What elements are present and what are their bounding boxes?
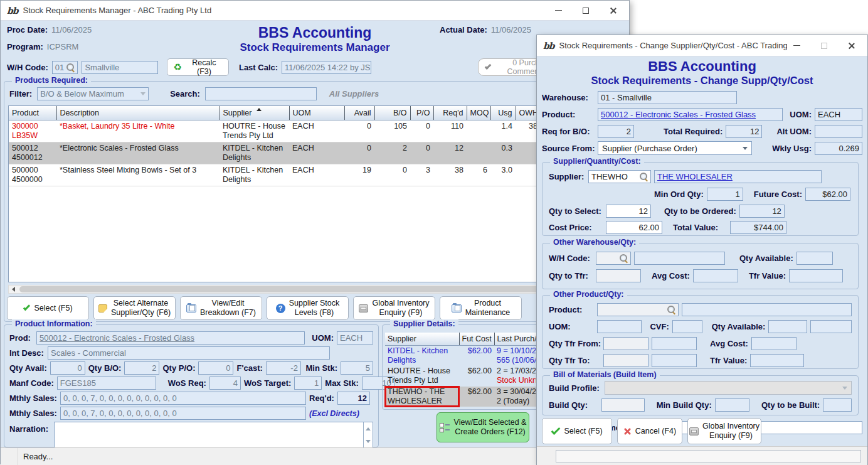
qty-available-alt-field (810, 320, 852, 333)
qty-available-field (768, 320, 807, 333)
qty-to-select-label: Qty to Select: (549, 206, 603, 216)
filter-row: Filter: B/O & Below Maximum Search: All … (9, 87, 618, 100)
product-name-field (682, 303, 852, 316)
close-button[interactable] (847, 41, 856, 50)
cell-bo: 105 (374, 120, 410, 142)
search-input[interactable] (205, 87, 317, 100)
col-reqd[interactable]: Req'd (433, 106, 467, 120)
mthly-sales-row-2: Mthly Sales: 0, 0, 0, 7, 0, 0, 0, 0, 0, … (9, 407, 373, 420)
supplier-row-kitdel[interactable]: KITDEL - Kitchen Delights $62.00 9 = 10/… (385, 345, 538, 366)
product-information-group: Product Information: Prod: 500012 - Elec… (4, 324, 379, 447)
col-bo[interactable]: B/O (374, 106, 410, 120)
minimize-button[interactable] (554, 6, 563, 15)
product-maintenance-button[interactable]: ProductMaintenance (440, 296, 522, 320)
global-inventory-enquiry-button[interactable]: Global InventoryEnquiry (F9) (353, 296, 435, 320)
uom-label: UOM: (312, 333, 334, 343)
col-product[interactable]: Product (9, 106, 56, 120)
last-calc-value: 11/06/2025 14:22 by JS2 (285, 63, 371, 72)
col-supplier-label: Supplier (223, 109, 252, 117)
cost-price-input[interactable]: 62.00 (606, 221, 662, 234)
close-button[interactable] (609, 6, 618, 15)
cell-description: *Basket, Laundry 35 Litre - White (56, 120, 220, 142)
cost-price-label: Cost Price: (549, 223, 603, 232)
col-po[interactable]: P/O (410, 106, 433, 120)
qty-to-select-input[interactable]: 12 (606, 205, 651, 218)
source-from-select[interactable]: Supplier (Purchase Order) (598, 141, 752, 155)
view-edit-create-orders-button[interactable]: View/Edit Selected & Create Orders (F12) (437, 412, 529, 442)
dialog-titlebar: bb Stock Requirements - Change Supplier/… (537, 35, 867, 56)
alt-uom-label: Alt UOM: (776, 127, 812, 136)
prod-link-field[interactable]: 500012 - Electronic Scales - Frosted Gla… (36, 331, 305, 345)
product-row-500012[interactable]: 5000124500012 *Electronic Scales - Frost… (9, 142, 620, 164)
supplier-details-title: Supplier Details: (390, 319, 458, 328)
cell-last-purch: 3 = 30/04/22 (Today) (494, 387, 538, 407)
col-moq[interactable]: MOQ (467, 106, 490, 120)
wh-name-field[interactable]: Smallville (82, 61, 158, 74)
last-calc-field: 11/06/2025 14:22 by JS2 (282, 61, 371, 74)
select-alternate-supplier-button[interactable]: Select AlternateSupplier/Qty (F6) (93, 296, 176, 320)
dialog-cancel-button[interactable]: Cancel (F4) (617, 418, 682, 444)
avg-cost-label: Avg Cost: (652, 271, 690, 281)
wh-code-input[interactable] (596, 252, 631, 265)
dialog-select-button[interactable]: Select (F5) (542, 418, 612, 444)
col-fut-cost[interactable]: Fut Cost (459, 333, 494, 345)
wh-lookup-icon[interactable] (65, 63, 75, 72)
supplier-details-group: Supplier Details: Supplier Fut Cost Last… (382, 324, 540, 410)
horizontal-scrollbar[interactable] (8, 285, 620, 294)
scrollbar-thumb[interactable] (19, 286, 606, 292)
col-usg[interactable]: Usg (490, 106, 516, 120)
supplier-row-thewho-selected[interactable]: THEWHO - THE WHOLESALER $62.00 3 = 30/04… (385, 387, 538, 407)
col-last-purch[interactable]: Last Purch/ (494, 333, 538, 345)
supplier-name-field[interactable]: THE WHOLESALER (654, 170, 822, 183)
filter-select[interactable]: B/O & Below Maximum (37, 87, 149, 100)
cell-usg: 0.3 (490, 142, 516, 164)
product-row-300000[interactable]: 300000LB35W *Basket, Laundry 35 Litre - … (9, 120, 620, 142)
int-desc-row: Int Desc: Scales - Commercial (9, 346, 373, 360)
spinner-control[interactable] (363, 422, 373, 447)
recalc-button[interactable]: Recalc (F3) (167, 58, 228, 76)
qty-ordered-label: Qty to be Ordered: (664, 206, 736, 216)
scroll-left-button[interactable] (9, 286, 18, 293)
product-label: Product: (549, 305, 594, 314)
qty-tfr-to-input[interactable] (603, 354, 648, 367)
col-supplier[interactable]: Supplier (385, 333, 459, 345)
maximize-button[interactable] (820, 41, 828, 50)
reqd-field: 12 (337, 392, 370, 405)
cvf-field (672, 320, 702, 333)
select-button[interactable]: Select (F5) (7, 296, 89, 320)
build-profile-select[interactable] (605, 381, 852, 395)
supplier-stock-levels-button[interactable]: Supplier StockLevels (F8) (267, 296, 349, 320)
product-code-input[interactable] (597, 303, 679, 316)
supplier-lookup-icon[interactable] (638, 172, 648, 181)
dialog-app-title: BBS Accounting (537, 58, 867, 75)
maximize-button[interactable] (581, 6, 590, 15)
help-icon (276, 304, 285, 313)
product-link-field[interactable]: 500012 - Electronic Scales - Frosted Gla… (598, 108, 783, 121)
cell-usg: 1.4 (490, 120, 516, 142)
qty-to-tfr-input[interactable] (596, 269, 641, 282)
wh-code-field[interactable]: 01 (52, 61, 78, 74)
min-stk-label: Min Stk: (305, 363, 337, 373)
narration-input[interactable] (54, 422, 373, 448)
cell-supplier: KITDEL - Kitchen Delights (220, 164, 289, 186)
col-uom[interactable]: UOM (289, 106, 344, 120)
wh-lookup-icon[interactable] (618, 254, 628, 263)
qty-tfr-from-input[interactable] (603, 337, 648, 350)
supplier-code-field[interactable]: THEWHO (588, 170, 651, 183)
other-product-title: Other Product/Qty: (550, 290, 627, 299)
build-qty-input[interactable] (601, 398, 644, 412)
col-description[interactable]: Description (56, 106, 220, 120)
products-table: Product Description Supplier UOM Avail B… (9, 106, 620, 186)
prod-label: Prod: (9, 333, 33, 343)
wh-code-value: 01 (55, 63, 64, 72)
product-lookup-icon[interactable] (666, 305, 675, 314)
supplier-row-houtre[interactable]: HOUTRE - House Trends Pty Ltd $62.00 2 =… (385, 366, 538, 387)
dialog-global-inventory-button[interactable]: Global Inventory Enquiry (F9) (687, 418, 761, 444)
min-stk-field: 5 (341, 361, 373, 375)
view-edit-breakdown-button[interactable]: View/EditBreakdown (F7) (180, 296, 262, 320)
minimize-button[interactable] (792, 41, 801, 50)
col-avail[interactable]: Avail (344, 106, 374, 120)
maximize-icon (821, 43, 827, 49)
col-supplier[interactable]: Supplier (220, 106, 289, 120)
product-row-500000[interactable]: 5000004500000 *Stainless Steel Mixing Bo… (9, 164, 620, 186)
